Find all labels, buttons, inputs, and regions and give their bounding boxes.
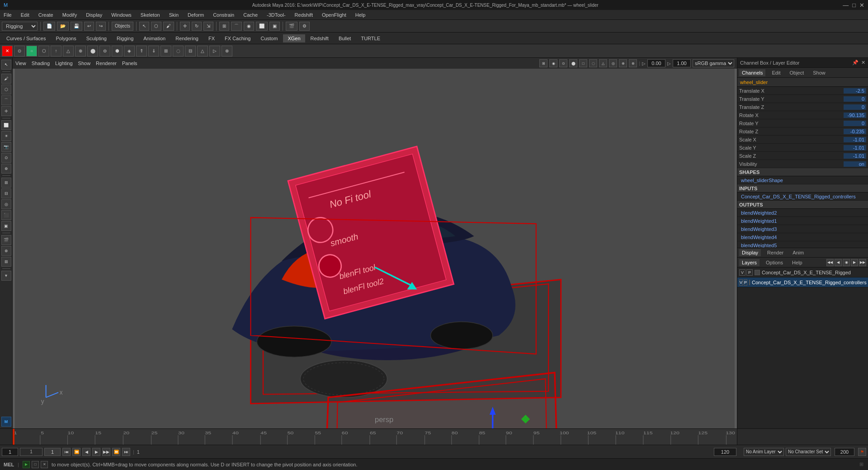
- camera-button[interactable]: 📷: [1, 142, 11, 152]
- layer-ctrl-5[interactable]: ▶▶: [859, 259, 866, 266]
- tab-polygons[interactable]: Polygons: [51, 34, 80, 42]
- icon-tool-11[interactable]: ◈: [124, 46, 135, 56]
- more-tools-button[interactable]: ▼: [1, 271, 11, 281]
- tab-turtle[interactable]: TURTLE: [356, 34, 385, 42]
- icon-tool-2[interactable]: ⊙: [14, 46, 25, 56]
- move-button-left[interactable]: ✛: [1, 106, 11, 116]
- show-grid-button[interactable]: ⊞: [1, 178, 11, 188]
- menu-3dtool[interactable]: -3DTool-: [265, 12, 288, 18]
- anim-layer-dropdown[interactable]: No Anim Layer: [744, 448, 784, 456]
- tab-redshift[interactable]: Redshift: [306, 34, 333, 42]
- open-scene-button[interactable]: 📂: [57, 22, 69, 31]
- icon-tool-10[interactable]: ⬢: [112, 46, 123, 56]
- vp-menu-renderer[interactable]: Renderer: [96, 61, 117, 66]
- icon-tool-5[interactable]: ↑: [51, 46, 61, 56]
- play-button[interactable]: ▶: [92, 448, 100, 456]
- close-button[interactable]: ✕: [859, 2, 864, 9]
- render-frame-button[interactable]: 🎬: [286, 22, 297, 31]
- vp-ctrl-7[interactable]: △: [599, 59, 607, 67]
- vp-value2-input[interactable]: [673, 59, 691, 67]
- layer-ctrl-2[interactable]: ◀: [835, 259, 842, 266]
- channel-box-close-icon[interactable]: ✕: [861, 60, 865, 66]
- tab-object[interactable]: Object: [787, 69, 807, 76]
- undo-button[interactable]: ↩: [84, 22, 94, 31]
- 3d-viewport[interactable]: No Fi tool smooth blenFl tool blenFl too…: [13, 69, 737, 428]
- vp-menu-show[interactable]: Show: [78, 61, 91, 66]
- viewport-panel[interactable]: View Shading Lighting Show Renderer Pane…: [13, 58, 737, 428]
- character-set-dropdown[interactable]: No Character Set: [786, 448, 831, 456]
- gamma-select[interactable]: sRGB gamma linear: [693, 59, 734, 67]
- tab-rendering[interactable]: Rendering: [171, 34, 203, 42]
- tab-bullet[interactable]: Bullet: [334, 34, 356, 42]
- status-icon-3[interactable]: ✕: [41, 461, 48, 468]
- frame-all-button[interactable]: ⬛: [1, 210, 11, 220]
- snap-curve-button[interactable]: ⌒: [231, 22, 242, 31]
- layer-vp-2[interactable]: V: [739, 279, 743, 286]
- channel-attrs-scroll[interactable]: Translate X -2.5 Translate Y 0 Translate…: [737, 87, 868, 248]
- icon-tool-4[interactable]: ⬡: [38, 46, 49, 56]
- menu-skeleton[interactable]: Skeleton: [139, 12, 162, 18]
- icon-tool-17[interactable]: △: [197, 46, 208, 56]
- icon-tool-9[interactable]: ⊖: [99, 46, 110, 56]
- icon-tool-3[interactable]: ○: [26, 46, 37, 56]
- tab-options[interactable]: Options: [763, 259, 786, 266]
- tab-layers[interactable]: Layers: [739, 259, 760, 266]
- joint-button[interactable]: ⊙: [1, 153, 11, 163]
- menu-deform[interactable]: Deform: [186, 12, 206, 18]
- step-fwd-button[interactable]: ▶▶: [102, 448, 110, 456]
- outputs-item-4[interactable]: blendWeighted4: [737, 233, 868, 241]
- vp-menu-panels[interactable]: Panels: [122, 61, 137, 66]
- objects-button[interactable]: Objects: [112, 22, 133, 31]
- status-icon-2[interactable]: □: [32, 461, 39, 468]
- ipr-render-button[interactable]: ⊗: [1, 246, 11, 256]
- layer-row-1[interactable]: V P Concept_Car_DS_X_E_TENSE_Rigged: [737, 268, 868, 277]
- inputs-item-1[interactable]: Concept_Car_DS_X_E_TENSE_Rigged_controll…: [737, 193, 868, 201]
- icon-tool-13[interactable]: ⇓: [148, 46, 159, 56]
- mode-dropdown[interactable]: Rigging Animation Modeling: [2, 22, 38, 31]
- vp-ctrl-3[interactable]: ⊙: [559, 59, 567, 67]
- icon-tool-12[interactable]: ⇑: [136, 46, 147, 56]
- prev-keyframe-button[interactable]: ⏪: [72, 448, 80, 456]
- outputs-item-2[interactable]: blendWeighted1: [737, 217, 868, 225]
- select-mode-button[interactable]: ↖: [1, 60, 11, 70]
- icon-tool-7[interactable]: ⊕: [75, 46, 86, 56]
- vp-ctrl-10[interactable]: ⊗: [629, 59, 637, 67]
- tab-render[interactable]: Render: [764, 249, 786, 256]
- tab-display[interactable]: Display: [739, 249, 761, 256]
- icon-tool-19[interactable]: ⊗: [222, 46, 232, 56]
- cube-button[interactable]: ⬜: [1, 120, 11, 130]
- render-region-button[interactable]: ⊞: [1, 257, 11, 267]
- tab-channels[interactable]: Channels: [739, 69, 765, 76]
- play-end-button[interactable]: ⏭: [122, 448, 130, 456]
- move-tool-button[interactable]: ✛: [180, 22, 190, 31]
- tab-curves-surfaces[interactable]: Curves / Surfaces: [2, 34, 50, 42]
- ik-button[interactable]: ⊕: [1, 164, 11, 174]
- current-frame-input[interactable]: [2, 448, 18, 456]
- isolate-select-button[interactable]: ◎: [1, 199, 11, 209]
- select-tool-button[interactable]: ↖: [139, 22, 149, 31]
- vp-ctrl-2[interactable]: ◉: [549, 59, 557, 67]
- vp-ctrl-6[interactable]: ◌: [589, 59, 597, 67]
- step-back-button[interactable]: ◀: [82, 448, 90, 456]
- snap-view-button[interactable]: ▣: [269, 22, 280, 31]
- menu-display[interactable]: Display: [84, 12, 104, 18]
- outputs-item-5[interactable]: blendWeighted5: [737, 241, 868, 248]
- icon-tool-15[interactable]: ◌: [173, 46, 184, 56]
- menu-help[interactable]: Help: [354, 12, 368, 18]
- maximize-button[interactable]: □: [852, 2, 856, 9]
- outputs-item-3[interactable]: blendWeighted3: [737, 225, 868, 233]
- menu-modify[interactable]: Modify: [61, 12, 79, 18]
- menu-openflight[interactable]: OpenFlight: [320, 12, 348, 18]
- new-scene-button[interactable]: 📄: [43, 22, 55, 31]
- tab-show[interactable]: Show: [810, 69, 828, 76]
- tab-edit[interactable]: Edit: [769, 69, 783, 76]
- render-view-button[interactable]: 🎬: [1, 235, 11, 245]
- tab-fx-caching[interactable]: FX Caching: [220, 34, 255, 42]
- snap-point-button[interactable]: ◉: [244, 22, 254, 31]
- show-hud-button[interactable]: ⊟: [1, 188, 11, 198]
- tab-custom[interactable]: Custom: [256, 34, 283, 42]
- minimize-button[interactable]: —: [843, 2, 849, 9]
- icon-tool-18[interactable]: ▷: [209, 46, 220, 56]
- menu-windows[interactable]: Windows: [109, 12, 133, 18]
- layer-ctrl-4[interactable]: ▶: [851, 259, 858, 266]
